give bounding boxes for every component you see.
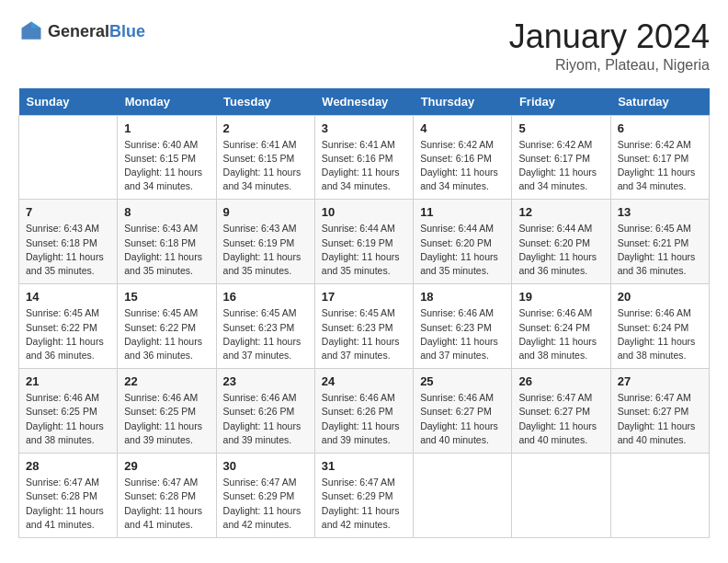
day-number: 26 xyxy=(518,374,603,388)
calendar-cell: 8 Sunrise: 6:43 AMSunset: 6:18 PMDayligh… xyxy=(118,200,216,284)
day-number: 2 xyxy=(223,121,308,135)
day-number: 5 xyxy=(518,121,603,135)
day-number: 7 xyxy=(26,205,110,219)
calendar-cell: 4 Sunrise: 6:42 AMSunset: 6:16 PMDayligh… xyxy=(414,115,512,200)
calendar-week-row: 1 Sunrise: 6:40 AMSunset: 6:15 PMDayligh… xyxy=(19,115,710,200)
calendar-week-row: 14 Sunrise: 6:45 AMSunset: 6:22 PMDaylig… xyxy=(19,284,710,369)
day-number: 23 xyxy=(223,374,308,388)
calendar-cell: 22 Sunrise: 6:46 AMSunset: 6:25 PMDaylig… xyxy=(118,369,216,454)
day-number: 21 xyxy=(26,374,110,388)
calendar-week-row: 7 Sunrise: 6:43 AMSunset: 6:18 PMDayligh… xyxy=(19,200,710,284)
calendar-cell xyxy=(610,454,709,538)
calendar-cell xyxy=(19,115,118,200)
day-number: 15 xyxy=(124,290,209,304)
logo-icon xyxy=(18,18,44,44)
day-info: Sunrise: 6:43 AMSunset: 6:18 PMDaylight:… xyxy=(26,222,110,278)
day-info: Sunrise: 6:44 AMSunset: 6:19 PMDaylight:… xyxy=(322,222,406,278)
calendar-cell: 16 Sunrise: 6:45 AMSunset: 6:23 PMDaylig… xyxy=(216,284,314,369)
calendar-cell: 24 Sunrise: 6:46 AMSunset: 6:26 PMDaylig… xyxy=(314,369,413,454)
calendar-cell: 23 Sunrise: 6:46 AMSunset: 6:26 PMDaylig… xyxy=(216,369,314,454)
day-number: 14 xyxy=(26,290,110,304)
calendar-cell: 19 Sunrise: 6:46 AMSunset: 6:24 PMDaylig… xyxy=(512,284,610,369)
day-info: Sunrise: 6:46 AMSunset: 6:26 PMDaylight:… xyxy=(223,391,308,447)
day-number: 31 xyxy=(322,459,406,473)
day-info: Sunrise: 6:46 AMSunset: 6:24 PMDaylight:… xyxy=(518,306,603,362)
calendar-cell xyxy=(512,454,610,538)
day-number: 18 xyxy=(420,290,505,304)
weekday-header: Thursday xyxy=(414,88,512,116)
day-number: 8 xyxy=(124,205,209,219)
calendar-cell: 28 Sunrise: 6:47 AMSunset: 6:28 PMDaylig… xyxy=(19,454,118,538)
calendar-cell: 27 Sunrise: 6:47 AMSunset: 6:27 PMDaylig… xyxy=(610,369,709,454)
day-number: 24 xyxy=(322,374,406,388)
day-number: 28 xyxy=(26,459,110,473)
calendar-header: SundayMondayTuesdayWednesdayThursdayFrid… xyxy=(19,88,710,116)
day-info: Sunrise: 6:46 AMSunset: 6:23 PMDaylight:… xyxy=(420,306,505,362)
calendar-cell: 20 Sunrise: 6:46 AMSunset: 6:24 PMDaylig… xyxy=(610,284,709,369)
calendar-cell: 13 Sunrise: 6:45 AMSunset: 6:21 PMDaylig… xyxy=(610,200,709,284)
day-number: 22 xyxy=(124,374,209,388)
calendar-cell: 14 Sunrise: 6:45 AMSunset: 6:22 PMDaylig… xyxy=(19,284,118,369)
svg-marker-1 xyxy=(31,22,41,29)
day-number: 16 xyxy=(223,290,308,304)
calendar-cell: 6 Sunrise: 6:42 AMSunset: 6:17 PMDayligh… xyxy=(610,115,709,200)
weekday-header: Tuesday xyxy=(216,88,314,116)
weekday-header: Monday xyxy=(118,88,216,116)
day-info: Sunrise: 6:47 AMSunset: 6:27 PMDaylight:… xyxy=(518,391,603,447)
calendar-cell: 31 Sunrise: 6:47 AMSunset: 6:29 PMDaylig… xyxy=(314,454,413,538)
day-info: Sunrise: 6:42 AMSunset: 6:17 PMDaylight:… xyxy=(518,138,603,194)
calendar-cell: 12 Sunrise: 6:44 AMSunset: 6:20 PMDaylig… xyxy=(512,200,610,284)
day-info: Sunrise: 6:45 AMSunset: 6:22 PMDaylight:… xyxy=(26,306,110,362)
day-number: 11 xyxy=(420,205,505,219)
day-number: 6 xyxy=(618,121,702,135)
calendar-cell: 5 Sunrise: 6:42 AMSunset: 6:17 PMDayligh… xyxy=(512,115,610,200)
calendar-cell: 11 Sunrise: 6:44 AMSunset: 6:20 PMDaylig… xyxy=(414,200,512,284)
day-info: Sunrise: 6:44 AMSunset: 6:20 PMDaylight:… xyxy=(518,222,603,278)
weekday-header: Friday xyxy=(512,88,610,116)
weekday-header: Sunday xyxy=(19,88,118,116)
calendar-cell: 15 Sunrise: 6:45 AMSunset: 6:22 PMDaylig… xyxy=(118,284,216,369)
day-info: Sunrise: 6:45 AMSunset: 6:23 PMDaylight:… xyxy=(223,306,308,362)
calendar-week-row: 28 Sunrise: 6:47 AMSunset: 6:28 PMDaylig… xyxy=(19,454,710,538)
logo-text: General Blue xyxy=(48,23,145,40)
calendar-cell: 25 Sunrise: 6:46 AMSunset: 6:27 PMDaylig… xyxy=(414,369,512,454)
day-info: Sunrise: 6:46 AMSunset: 6:27 PMDaylight:… xyxy=(420,391,505,447)
day-info: Sunrise: 6:46 AMSunset: 6:26 PMDaylight:… xyxy=(322,391,406,447)
day-info: Sunrise: 6:43 AMSunset: 6:18 PMDaylight:… xyxy=(124,222,209,278)
day-number: 20 xyxy=(618,290,702,304)
day-info: Sunrise: 6:45 AMSunset: 6:23 PMDaylight:… xyxy=(322,306,406,362)
day-number: 25 xyxy=(420,374,505,388)
day-info: Sunrise: 6:46 AMSunset: 6:25 PMDaylight:… xyxy=(26,391,110,447)
day-number: 19 xyxy=(518,290,603,304)
day-info: Sunrise: 6:41 AMSunset: 6:16 PMDaylight:… xyxy=(322,138,406,194)
calendar-cell: 30 Sunrise: 6:47 AMSunset: 6:29 PMDaylig… xyxy=(216,454,314,538)
day-number: 30 xyxy=(223,459,308,473)
weekday-header: Wednesday xyxy=(314,88,413,116)
calendar-title: January 2024 xyxy=(509,18,710,55)
day-number: 17 xyxy=(322,290,406,304)
page-header: General Blue January 2024 Riyom, Plateau… xyxy=(18,18,710,74)
day-info: Sunrise: 6:47 AMSunset: 6:27 PMDaylight:… xyxy=(618,391,702,447)
day-number: 12 xyxy=(518,205,603,219)
calendar-cell xyxy=(414,454,512,538)
day-number: 13 xyxy=(618,205,702,219)
day-number: 4 xyxy=(420,121,505,135)
calendar-week-row: 21 Sunrise: 6:46 AMSunset: 6:25 PMDaylig… xyxy=(19,369,710,454)
day-info: Sunrise: 6:45 AMSunset: 6:22 PMDaylight:… xyxy=(124,306,209,362)
calendar-table: SundayMondayTuesdayWednesdayThursdayFrid… xyxy=(18,88,710,538)
day-info: Sunrise: 6:45 AMSunset: 6:21 PMDaylight:… xyxy=(618,222,702,278)
day-number: 27 xyxy=(618,374,702,388)
weekday-header: Saturday xyxy=(610,88,709,116)
day-number: 3 xyxy=(322,121,406,135)
day-info: Sunrise: 6:47 AMSunset: 6:29 PMDaylight:… xyxy=(322,476,406,532)
calendar-cell: 2 Sunrise: 6:41 AMSunset: 6:15 PMDayligh… xyxy=(216,115,314,200)
calendar-body: 1 Sunrise: 6:40 AMSunset: 6:15 PMDayligh… xyxy=(19,115,710,537)
day-info: Sunrise: 6:40 AMSunset: 6:15 PMDaylight:… xyxy=(124,138,209,194)
calendar-cell: 17 Sunrise: 6:45 AMSunset: 6:23 PMDaylig… xyxy=(314,284,413,369)
logo-blue: Blue xyxy=(109,23,145,40)
day-info: Sunrise: 6:41 AMSunset: 6:15 PMDaylight:… xyxy=(223,138,308,194)
calendar-cell: 21 Sunrise: 6:46 AMSunset: 6:25 PMDaylig… xyxy=(19,369,118,454)
day-number: 10 xyxy=(322,205,406,219)
calendar-cell: 10 Sunrise: 6:44 AMSunset: 6:19 PMDaylig… xyxy=(314,200,413,284)
calendar-cell: 18 Sunrise: 6:46 AMSunset: 6:23 PMDaylig… xyxy=(414,284,512,369)
